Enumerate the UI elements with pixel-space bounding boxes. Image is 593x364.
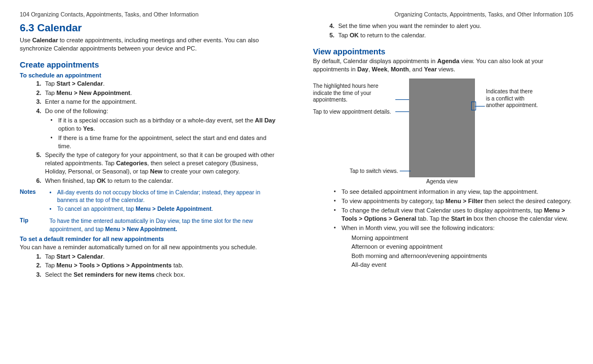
note-2: To cancel an appointment, tap Menu > Del… [49, 205, 280, 212]
tip-body: To have the time entered automatically i… [49, 217, 280, 232]
view-b3: To change the default view that Calendar… [313, 206, 573, 223]
callout-line [395, 111, 409, 112]
reminder-heading: To set a default reminder for all new ap… [20, 236, 280, 242]
r-step-2: Tap Menu > Tools > Options > Appointment… [20, 261, 280, 270]
notes-block: Notes All-day events do not occupy block… [20, 188, 280, 214]
c-step-5: Tap OK to return to the calendar. [313, 31, 573, 40]
reminder-intro: You can have a reminder automatically tu… [20, 243, 280, 251]
step-1: Tap Start > Calendar. [20, 80, 280, 88]
indicator-afternoon: Afternoon or evening appointment [351, 242, 573, 251]
step-4: Do one of the following: [20, 107, 280, 115]
intro-paragraph: Use Calendar to create appointments, inc… [20, 36, 280, 53]
step-6: When finished, tap OK to return to the c… [20, 177, 280, 185]
schedule-steps-cont: Specify the type of category for your ap… [20, 151, 280, 184]
r-step-3: Select the Set reminders for new items c… [20, 271, 280, 279]
indicator-allday: All-day event [351, 260, 573, 270]
schedule-heading: To schedule an appointment [20, 72, 280, 79]
step-4b: If there is a time frame for the appoint… [20, 134, 280, 150]
section-title: 6.3 Calendar [20, 22, 280, 34]
tip-label: Tip [20, 217, 49, 232]
create-appointments-heading: Create appointments [20, 60, 280, 69]
callout-highlighted-hours: The highlighted hours here indicate the … [313, 83, 395, 104]
schedule-steps: Tap Start > Calendar. Tap Menu > New App… [20, 80, 280, 115]
month-indicators: Morning appointment Afternoon or evening… [351, 233, 573, 270]
callout-line [400, 171, 411, 171]
callout-tap-details: Tap to view appointment details. [313, 109, 395, 116]
indicator-both: Both morning and afternoon/evening appoi… [351, 251, 573, 261]
view-bullets: To see detailed appointment information … [313, 188, 573, 232]
view-appointments-heading: View appointments [313, 47, 573, 56]
tip-block: Tip To have the time entered automatical… [20, 217, 280, 232]
view-b1: To see detailed appointment information … [313, 188, 573, 196]
step-2: Tap Menu > New Appointment. [20, 89, 280, 97]
agenda-view-diagram: The highlighted hours here indicate the … [313, 79, 573, 186]
r-step-1: Tap Start > Calendar. [20, 253, 280, 261]
step-3: Enter a name for the appointment. [20, 98, 280, 106]
step-4a: If it is a special occasion such as a bi… [20, 116, 280, 133]
notes-label: Notes [20, 188, 49, 214]
page-105: Organizing Contacts, Appointments, Tasks… [296, 0, 593, 364]
reminder-steps: Tap Start > Calendar. Tap Menu > Tools >… [20, 253, 280, 279]
callout-conflict: Indicates that there is a conflict with … [486, 88, 538, 109]
diagram-caption: Agenda view [409, 178, 475, 184]
continued-steps: Set the time when you want the reminder … [313, 22, 573, 40]
page-104: 104 Organizing Contacts, Appointments, T… [0, 0, 296, 364]
notes-list: All-day events do not occupy blocks of t… [49, 188, 280, 214]
c-step-4: Set the time when you want the reminder … [313, 22, 573, 30]
callout-line [475, 106, 485, 107]
view-intro: By default, Calendar displays appointmen… [313, 57, 573, 74]
header-right: Organizing Contacts, Appointments, Tasks… [313, 11, 573, 18]
header-left: 104 Organizing Contacts, Appointments, T… [20, 11, 280, 18]
view-b4: When in Month view, you will see the fol… [313, 224, 573, 232]
callout-switch-views: Tap to switch views. [340, 168, 398, 175]
note-1: All-day events do not occupy blocks of t… [49, 188, 280, 204]
step-4-bullets: If it is a special occasion such as a bi… [20, 116, 280, 150]
indicator-morning: Morning appointment [351, 233, 573, 243]
view-b2: To view appointments by category, tap Me… [313, 197, 573, 205]
screenshot-placeholder [409, 79, 475, 177]
callout-line [395, 99, 409, 100]
step-5: Specify the type of category for your ap… [20, 151, 280, 176]
callout-box [471, 102, 476, 110]
